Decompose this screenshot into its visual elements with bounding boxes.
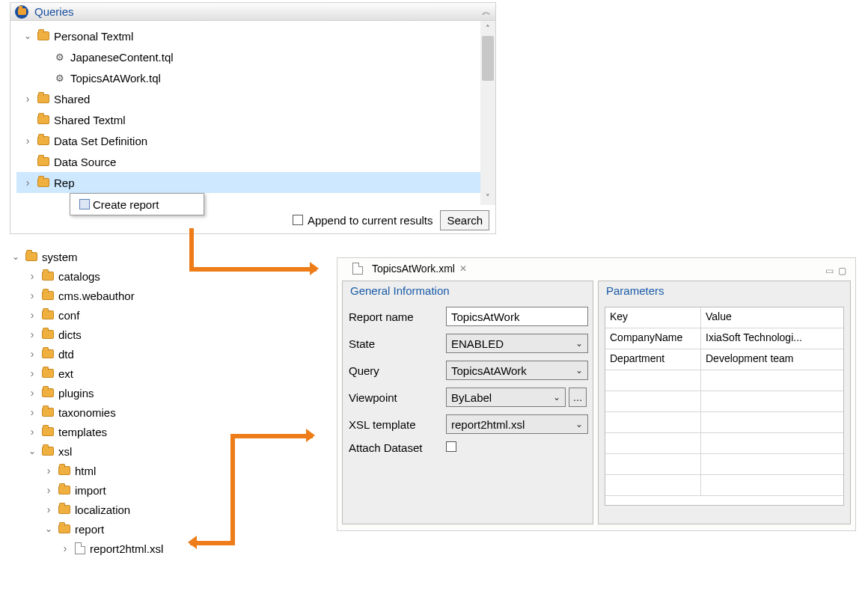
tree-item[interactable]: Shared Textml [16, 109, 495, 130]
viewpoint-browse-button[interactable]: … [569, 388, 587, 407]
expand-caret-icon[interactable] [27, 367, 37, 379]
tree-item[interactable]: report2html.xsl [4, 539, 177, 558]
expand-caret-icon[interactable] [27, 270, 37, 282]
folder-icon [42, 330, 54, 339]
expand-caret-icon[interactable] [27, 290, 37, 301]
tree-item[interactable]: templates [4, 422, 177, 441]
search-button[interactable]: Search [440, 210, 489, 230]
tree-item[interactable]: cms.webauthor [4, 286, 177, 305]
folder-icon [42, 369, 54, 378]
tree-item[interactable]: Shared [16, 88, 495, 109]
chevron-down-icon: ⌄ [553, 392, 560, 402]
table-row[interactable] [605, 475, 843, 496]
tree-item[interactable]: Personal Textml [16, 25, 495, 46]
table-row[interactable]: CompanyName IxiaSoft Technologi... [605, 328, 843, 349]
select-state[interactable]: ENABLED⌄ [446, 334, 588, 353]
expand-caret-icon[interactable] [10, 251, 21, 262]
tree-item[interactable]: plugins [4, 383, 177, 402]
table-row[interactable] [605, 370, 843, 391]
header-key: Key [605, 307, 701, 328]
tree-item-label: JapaneseContent.tql [70, 51, 174, 64]
expand-caret-icon[interactable] [27, 387, 37, 399]
expand-caret-icon[interactable] [27, 348, 37, 360]
tree-item[interactable]: xsl [4, 441, 177, 461]
context-menu-create-report[interactable]: Create report [93, 198, 159, 211]
folder-icon [42, 291, 54, 300]
scroll-up-icon[interactable]: ˄ [480, 21, 495, 36]
expand-caret-icon[interactable] [27, 406, 37, 418]
expand-caret-icon[interactable] [43, 503, 54, 515]
queries-title: Queries [34, 5, 74, 18]
tree-item-label: ext [58, 367, 73, 380]
expand-caret-icon[interactable] [22, 31, 33, 41]
tree-item[interactable]: import [4, 480, 177, 500]
expand-caret-icon[interactable] [27, 446, 37, 456]
input-report-name[interactable] [446, 307, 588, 326]
tree-item[interactable]: Data Source [16, 151, 495, 172]
cell-key: Department [605, 349, 701, 370]
maximize-icon[interactable]: ▢ [838, 266, 846, 276]
tree-item[interactable]: dicts [4, 325, 177, 344]
folder-icon [37, 136, 49, 145]
queries-scrollbar[interactable]: ˄ ˅ [480, 21, 495, 205]
folder-icon [58, 486, 70, 494]
select-xsl-template[interactable]: report2html.xsl⌄ [446, 414, 588, 434]
cell-value: IxiaSoft Technologi... [701, 328, 843, 349]
tree-item[interactable]: html [4, 461, 177, 480]
folder-icon [58, 524, 70, 533]
create-report-icon [79, 199, 90, 209]
expand-caret-icon[interactable] [27, 328, 37, 340]
tree-item[interactable]: report [4, 519, 177, 539]
tab-close-icon[interactable]: ✕ [459, 263, 467, 274]
checkbox-attach-dataset[interactable] [446, 441, 456, 452]
table-row[interactable] [605, 412, 843, 433]
tree-item[interactable]: ⚙TopicsAtAWork.tql [16, 67, 495, 88]
tree-item-label: catalogs [58, 270, 100, 283]
table-row[interactable] [605, 391, 843, 412]
tab-topicsatwork[interactable]: TopicsAtWork.xml ✕ [342, 260, 473, 277]
tree-item[interactable]: Data Set Definition [16, 130, 495, 151]
append-to-results[interactable]: Append to current results [293, 214, 433, 227]
expand-caret-icon[interactable] [22, 93, 33, 105]
scroll-down-icon[interactable]: ˅ [480, 190, 495, 205]
expand-caret-icon[interactable] [22, 135, 33, 147]
folder-icon [42, 272, 54, 281]
expand-caret-icon[interactable] [43, 524, 54, 534]
folder-icon [58, 505, 70, 514]
tree-item[interactable]: system [4, 247, 177, 266]
append-checkbox[interactable] [293, 215, 303, 225]
expand-caret-icon[interactable] [43, 484, 54, 496]
minimize-icon[interactable]: ▭ [825, 266, 834, 276]
tab-label: TopicsAtWork.xml [372, 263, 455, 275]
table-row[interactable] [605, 433, 843, 454]
table-row[interactable]: Department Development team [605, 349, 843, 370]
tree-item[interactable]: ⚙JapaneseContent.tql [16, 46, 495, 67]
expand-caret-icon[interactable] [27, 426, 37, 438]
tree-item[interactable]: ext [4, 364, 177, 383]
flow-arrow [230, 434, 235, 545]
tree-item-label: plugins [58, 387, 94, 399]
tree-item-label: localization [75, 503, 130, 516]
tree-item[interactable]: dtd [4, 344, 177, 364]
tree-item-label: cms.webauthor [58, 290, 135, 302]
tree-item[interactable]: localization [4, 500, 177, 519]
select-viewpoint[interactable]: ByLabel⌄ [446, 388, 566, 407]
tree-item[interactable]: catalogs [4, 266, 177, 286]
expand-caret-icon[interactable] [22, 177, 33, 189]
table-row[interactable] [605, 454, 843, 475]
tree-item[interactable]: Rep [16, 172, 495, 193]
collapse-chevron-icon[interactable]: ︽ [482, 5, 491, 18]
expand-caret-icon[interactable] [60, 542, 70, 554]
expand-caret-icon[interactable] [43, 465, 54, 477]
tree-item-label: taxonomies [58, 406, 116, 419]
expand-caret-icon[interactable] [27, 309, 37, 321]
select-query[interactable]: TopicsAtAWork⌄ [446, 361, 588, 380]
cell-value: Development team [701, 349, 843, 370]
tree-item-label: dicts [58, 328, 82, 341]
query-file-icon: ⚙ [54, 51, 66, 63]
tree-item[interactable]: taxonomies [4, 402, 177, 422]
tree-item-label: Rep [54, 177, 75, 189]
scroll-thumb[interactable] [482, 36, 494, 81]
tree-item[interactable]: conf [4, 305, 177, 325]
context-menu[interactable]: Create report [70, 193, 204, 215]
